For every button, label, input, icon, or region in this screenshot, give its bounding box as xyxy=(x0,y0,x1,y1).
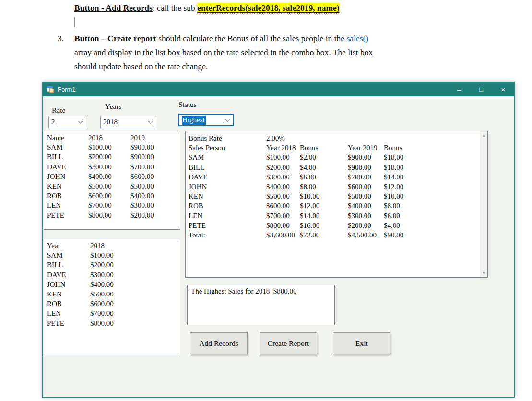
list-cell: $400.00 xyxy=(130,191,177,200)
doc-intro-line: Button - Add Records: call the sub enter… xyxy=(74,3,340,13)
list-cell: JOHN xyxy=(47,280,90,289)
list-cell: $300.00 xyxy=(130,200,177,210)
records-rows: SAM$100.00$900.00BILL$200.00$900.00DAVE$… xyxy=(44,142,180,220)
list-row[interactable]: BILL$200.00$4.00$900.00$18.00 xyxy=(186,163,487,172)
list-cell: Sales Person xyxy=(189,143,266,153)
chevron-down-icon[interactable] xyxy=(78,119,83,124)
list-cell: Year 2019 xyxy=(348,143,384,153)
status-label: Status xyxy=(178,100,197,109)
list-row[interactable]: KEN$500.00$500.00 xyxy=(44,181,180,191)
list-row[interactable]: SAM$100.00 xyxy=(44,250,180,260)
list-cell: $200.00 xyxy=(88,152,130,162)
list-row[interactable]: DAVE$300.00 xyxy=(44,270,180,280)
list-cell: 2018 xyxy=(90,241,177,250)
list-cell: Year 2018 xyxy=(266,143,300,153)
list-row[interactable]: ROB$600.00$400.00 xyxy=(44,191,180,200)
list-cell: $14.00 xyxy=(300,211,348,221)
list-row[interactable]: PETE$800.00 xyxy=(44,318,180,328)
close-icon[interactable]: × xyxy=(492,82,514,96)
exit-button[interactable]: Exit xyxy=(333,332,390,354)
list-cell: JOHN xyxy=(47,172,88,181)
doc-sales-link[interactable]: sales() xyxy=(346,34,368,43)
scroll-up-icon[interactable]: ▲ xyxy=(480,131,487,140)
list-cell: SAM xyxy=(47,142,88,152)
list-cell: $200.00 xyxy=(266,163,300,172)
chevron-down-icon[interactable] xyxy=(148,119,153,124)
list-row[interactable]: PETE$800.00$200.00 xyxy=(44,211,180,220)
list-row[interactable]: LEN$700.00$300.00 xyxy=(44,200,180,210)
bonus-rate-row: Bonus Rate2.00% xyxy=(186,133,487,143)
list-row[interactable]: BILL$200.00$900.00 xyxy=(44,152,180,162)
list-row[interactable]: ROB$600.00 xyxy=(44,299,180,308)
maximize-icon[interactable]: □ xyxy=(470,82,492,96)
list-row[interactable]: SAM$100.00$900.00 xyxy=(44,142,180,152)
list-cell: ROB xyxy=(47,299,90,308)
rate-label: Rate xyxy=(52,106,65,115)
list-cell: $700.00 xyxy=(88,200,130,210)
list-cell: BILL xyxy=(189,163,266,172)
list-cell: $700.00 xyxy=(130,162,177,172)
list-cell: $100.00 xyxy=(90,250,177,260)
list-row[interactable]: KEN$500.00$10.00$500.00$10.00 xyxy=(186,191,487,201)
titlebar[interactable]: Form1 – □ × xyxy=(43,82,514,96)
list-cell: $500.00 xyxy=(348,191,384,201)
status-combobox[interactable]: Highest xyxy=(178,114,234,126)
list-row[interactable]: DAVE$300.00$6.00$700.00$14.00 xyxy=(186,172,487,182)
list-cell: $800.00 xyxy=(266,221,300,230)
list-row[interactable]: KEN$500.00 xyxy=(44,289,180,299)
list-cell: 2.00% xyxy=(266,133,300,143)
years-combobox-value: 2018 xyxy=(103,118,118,126)
records-listbox[interactable]: Name20182019 SAM$100.00$900.00BILL$200.0… xyxy=(44,131,180,230)
years-combobox[interactable]: 2018 xyxy=(100,116,156,128)
list-row[interactable]: JOHN$400.00 xyxy=(44,280,180,289)
rate-combobox-value: 2 xyxy=(51,118,55,126)
list-cell: JOHN xyxy=(189,182,266,191)
list-row[interactable]: JOHN$400.00$8.00$600.00$12.00 xyxy=(186,182,487,191)
list-cell: $200.00 xyxy=(348,221,384,230)
list-row[interactable]: JOHN$400.00$600.00 xyxy=(44,172,180,181)
list-cell: BILL xyxy=(47,152,88,162)
year-listbox[interactable]: Year2018 SAM$100.00BILL$200.00DAVE$300.0… xyxy=(44,239,180,355)
list-cell: $300.00 xyxy=(348,211,384,221)
list-cell: $300.00 xyxy=(90,270,177,280)
doc-item-3-line3: should update based on the rate change. xyxy=(74,59,499,73)
list-cell: $4,500.00 xyxy=(348,230,384,240)
highest-sales-box: The Highest Sales for 2018 $800.00 xyxy=(187,285,335,325)
list-cell: $10.00 xyxy=(384,191,485,201)
list-cell: $4.00 xyxy=(384,221,485,230)
form-app-icon xyxy=(47,85,54,93)
list-row[interactable]: LEN$700.00$14.00$300.00$6.00 xyxy=(186,211,487,221)
status-combobox-value: Highest xyxy=(182,116,206,125)
chevron-down-icon[interactable] xyxy=(225,117,230,122)
list-cell: $400.00 xyxy=(90,280,177,289)
list-cell: Name xyxy=(47,133,88,142)
list-cell: Total: xyxy=(189,230,266,240)
list-cell: Bonus xyxy=(384,143,485,153)
list-row[interactable]: LEN$700.00 xyxy=(44,308,180,318)
rate-combobox[interactable]: 2 xyxy=(48,116,86,128)
list-cell: PETE xyxy=(189,221,266,230)
list-cell: $900.00 xyxy=(348,163,384,172)
report-listbox[interactable]: Bonus Rate2.00% Sales PersonYear 2018Bon… xyxy=(185,131,488,278)
list-cell: Bonus xyxy=(300,143,348,153)
list-row[interactable]: PETE$800.00$16.00$200.00$4.00 xyxy=(186,221,487,230)
document-area: Button - Add Records: call the sub enter… xyxy=(0,0,532,82)
list-row[interactable]: SAM$100.00$2.00$900.00$18.00 xyxy=(186,153,487,162)
minimize-icon[interactable]: – xyxy=(448,82,470,96)
list-cell: LEN xyxy=(189,211,266,221)
doc-item-3: 3.Button – Create report should calculat… xyxy=(58,32,499,73)
scroll-down-icon[interactable]: ▼ xyxy=(480,269,487,277)
list-cell: $600.00 xyxy=(88,191,130,200)
add-records-button[interactable]: Add Records xyxy=(190,332,248,354)
list-cell: $6.00 xyxy=(300,172,348,182)
doc-intro-mid: : call the sub xyxy=(153,3,197,12)
list-row[interactable]: BILL$200.00 xyxy=(44,260,180,270)
vertical-scrollbar[interactable]: ▲ ▼ xyxy=(480,131,487,277)
report-header-row: Sales PersonYear 2018BonusYear 2019Bonus xyxy=(186,143,487,153)
create-report-button[interactable]: Create Report xyxy=(260,332,317,354)
list-cell: $700.00 xyxy=(348,172,384,182)
list-row[interactable]: ROB$600.00$12.00$400.00$8.00 xyxy=(186,201,487,211)
list-row[interactable]: DAVE$300.00$700.00 xyxy=(44,162,180,172)
list-cell: KEN xyxy=(47,181,88,191)
list-cell: $200.00 xyxy=(130,211,177,220)
